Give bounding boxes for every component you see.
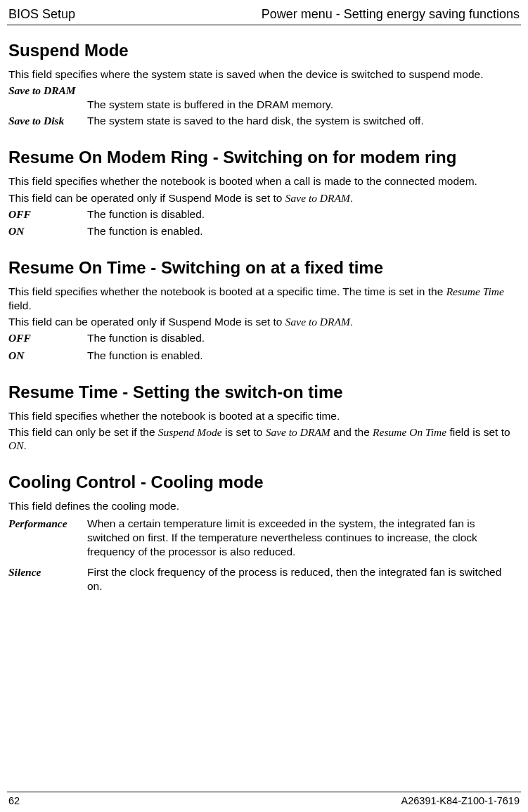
paragraph: This field specifies whether the noteboo… — [8, 174, 520, 188]
section-title-resume-time: Resume Time - Setting the switch-on time — [8, 382, 520, 402]
italic-term: Resume On Time — [373, 426, 446, 438]
text-fragment: This field specifies whether the noteboo… — [8, 285, 446, 297]
definition-row: Silence First the clock frequency of the… — [8, 565, 520, 593]
text-fragment: This field can only be set if the — [8, 426, 158, 438]
paragraph: This field specifies where the system st… — [8, 67, 520, 81]
text-fragment: This field can be operated only if Suspe… — [8, 192, 285, 204]
definition-row: Save to Disk The system state is saved t… — [8, 114, 520, 128]
definition-desc: The system state is buffered in the DRAM… — [8, 98, 520, 111]
italic-term: Resume Time — [446, 285, 504, 297]
text-fragment: . — [350, 192, 353, 204]
paragraph: This field specifies whether the noteboo… — [8, 409, 520, 423]
section-title-resume-modem-ring: Resume On Modem Ring - Switching on for … — [8, 148, 520, 167]
italic-term: ON — [8, 439, 24, 451]
definition-desc: When a certain temperature limit is exce… — [87, 517, 520, 559]
italic-term: Save to DRAM — [285, 192, 350, 204]
definition-row: OFF The function is disabled. — [8, 331, 520, 345]
definition-term: Silence — [8, 565, 87, 593]
definition-term: Save to Disk — [8, 114, 87, 128]
paragraph: This field specifies whether the noteboo… — [8, 285, 520, 312]
italic-term: Suspend Mode — [158, 426, 222, 438]
header-divider — [7, 25, 521, 25]
section-title-resume-on-time: Resume On Time - Switching on at a fixed… — [8, 258, 520, 278]
paragraph: This field can be operated only if Suspe… — [8, 315, 520, 328]
definition-row: ON The function is enabled. — [8, 224, 520, 238]
definition-row: OFF The function is disabled. — [8, 207, 520, 221]
text-fragment: and the — [330, 426, 373, 438]
header-right: Power menu - Setting energy saving funct… — [262, 7, 520, 22]
text-fragment: is set to — [222, 426, 266, 438]
section-title-suspend-mode: Suspend Mode — [8, 41, 520, 60]
paragraph: This field can only be set if the Suspen… — [8, 425, 520, 453]
definition-row: Performance When a certain temperature l… — [8, 517, 520, 559]
italic-term: Save to DRAM — [266, 426, 330, 438]
text-fragment: field. — [8, 299, 32, 311]
paragraph: This field can be operated only if Suspe… — [8, 191, 520, 205]
section-title-cooling-control: Cooling Control - Cooling mode — [8, 472, 520, 492]
italic-term: Save to DRAM — [285, 316, 350, 328]
header-left: BIOS Setup — [8, 7, 75, 22]
paragraph: This field defines the cooling mode. — [8, 499, 520, 513]
definition-desc: The function is enabled. — [87, 224, 520, 238]
definition-desc: First the clock frequency of the process… — [87, 565, 520, 593]
page-content: Suspend Mode This field specifies where … — [7, 41, 521, 786]
text-fragment: . — [24, 439, 27, 451]
definition-desc: The function is disabled. — [87, 331, 520, 345]
definition-desc: The function is enabled. — [87, 349, 520, 363]
definition-desc: The system state is saved to the hard di… — [87, 114, 520, 128]
definition-term: OFF — [8, 207, 87, 221]
document-id: A26391-K84-Z100-1-7619 — [401, 795, 520, 806]
definition-row: ON The function is enabled. — [8, 349, 520, 363]
definition-term: Performance — [8, 517, 87, 559]
text-fragment: field is set to — [446, 426, 510, 438]
definition-term: OFF — [8, 331, 87, 345]
definition-desc: The function is disabled. — [87, 207, 520, 221]
definition-row: Save to DRAM The system state is buffere… — [8, 84, 520, 111]
text-fragment: This field can be operated only if Suspe… — [8, 316, 285, 328]
text-fragment: . — [350, 316, 353, 328]
definition-term: ON — [8, 349, 87, 363]
definition-term: Save to DRAM — [8, 84, 520, 97]
definition-term: ON — [8, 224, 87, 238]
page-number: 62 — [8, 795, 20, 806]
